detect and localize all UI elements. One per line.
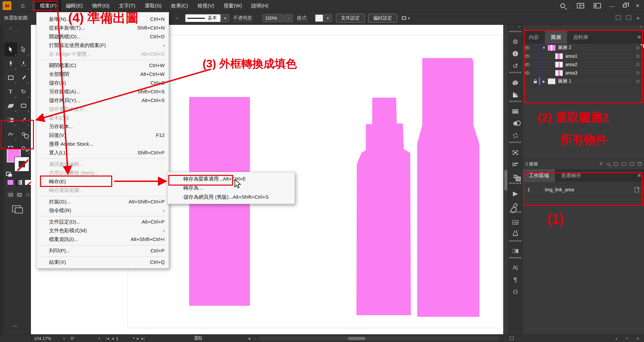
toolbar-grip-icon[interactable]: '''''''' <box>3 30 31 33</box>
menu-item-document-setup[interactable]: 文件設定(D)...Alt+Ctrl+P <box>37 217 169 226</box>
visibility-toggle[interactable] <box>523 46 531 49</box>
menu-item-close[interactable]: 關閉檔案(C)Ctrl+W <box>37 61 169 70</box>
menu-item-open-recent[interactable]: 打開最近使用過的檔案(F)› <box>37 41 169 50</box>
artwork-bottle-area3[interactable] <box>417 58 479 317</box>
target-circle-icon[interactable] <box>636 71 639 75</box>
dock-grip-icon[interactable]: '''''''' <box>508 240 523 245</box>
paragraph-panel-icon[interactable]: ¶ <box>508 274 523 286</box>
menu-item-exit[interactable]: 結束(X)Ctrl+Q <box>37 258 169 266</box>
rectangle-tool[interactable] <box>4 70 17 85</box>
dock-grip-icon[interactable]: '''''''' <box>508 211 523 216</box>
new-sublayer-icon[interactable] <box>622 162 626 166</box>
layer-thumbnail[interactable] <box>555 70 563 76</box>
make-mask-icon[interactable] <box>614 162 618 166</box>
stroke-style-chevron[interactable]: ▾ <box>221 14 229 22</box>
visibility-toggle[interactable] <box>523 55 531 58</box>
eyedropper-tool[interactable] <box>17 113 30 127</box>
panel-grid-icon[interactable] <box>616 15 621 20</box>
opacity-input[interactable]: 100% <box>263 14 284 22</box>
version-history-panel-icon[interactable]: ↺ <box>508 60 523 72</box>
rotation-dropdown[interactable]: 0°▾ <box>68 335 103 342</box>
menu-window[interactable]: 視窗(W) <box>219 0 247 11</box>
menu-item-file-info[interactable]: 檔案資訊(I)...Alt+Shift+Ctrl+I <box>37 235 169 244</box>
target-circle-icon[interactable] <box>636 46 639 49</box>
document-setup-button[interactable]: 文件設定 <box>336 14 365 22</box>
artboard-page-icon[interactable] <box>635 187 639 192</box>
paintbrush-tool[interactable] <box>17 70 30 85</box>
selection-panel-icon[interactable] <box>508 130 523 142</box>
target-circle-icon[interactable] <box>636 63 639 66</box>
style-chevron[interactable]: ▾ <box>324 14 332 22</box>
menu-effect[interactable]: 效果(C) <box>166 0 193 11</box>
dock-grip-icon[interactable]: ⋮ <box>0 28 3 30</box>
gradient-tool[interactable] <box>4 113 17 127</box>
preferences-button[interactable]: 偏好設定 <box>368 14 397 22</box>
scroll-left-icon[interactable]: ‹ <box>255 337 256 340</box>
menu-item-save-a-copy[interactable]: 儲存拷貝(Y)...Alt+Ctrl+S <box>37 96 169 105</box>
lock-toggle[interactable] <box>531 80 539 83</box>
layer-row-area1[interactable]: area1 <box>523 52 644 60</box>
stroke-panel-icon[interactable] <box>508 105 523 117</box>
tab-libraries[interactable]: 資料庫 <box>567 31 594 44</box>
artboard-name[interactable]: img_link_area <box>540 187 629 192</box>
align-panel-icon[interactable] <box>508 158 523 170</box>
visibility-toggle[interactable] <box>523 71 531 75</box>
color-panel-icon[interactable] <box>508 77 523 89</box>
stroke-style-dropdown[interactable]: 基本 <box>185 14 221 22</box>
info-panel-icon[interactable]: i <box>508 48 523 60</box>
brushes-panel-icon[interactable] <box>508 228 523 240</box>
swatches-panel-icon[interactable] <box>508 216 523 228</box>
artboard-number-dropdown[interactable]: 1▾ <box>116 336 135 341</box>
artboards-panel-icon[interactable] <box>508 146 523 158</box>
menu-view[interactable]: 檢視(V) <box>193 0 219 11</box>
workspace-switcher-icon[interactable] <box>577 3 584 8</box>
none-button[interactable] <box>24 179 32 186</box>
collapse-panels-icon[interactable]: » <box>523 25 644 31</box>
gradient-button[interactable] <box>15 179 23 186</box>
layer-thumbnail[interactable] <box>548 78 556 85</box>
layer-name[interactable]: area2 <box>565 62 577 67</box>
layer-row-area2[interactable]: area2 <box>523 60 644 69</box>
menu-item-export-as[interactable]: 轉存為... <box>168 183 295 192</box>
home-icon[interactable]: ⌂ <box>16 2 30 9</box>
locate-object-icon[interactable] <box>607 163 610 165</box>
chevron-right-icon[interactable]: ▶ <box>540 80 548 83</box>
panel-menu-icon[interactable]: ≡ <box>638 34 641 40</box>
gradient-panel-icon[interactable] <box>508 245 523 257</box>
draw-behind-button[interactable] <box>15 191 23 198</box>
menu-item-export-for-screens[interactable]: 轉存為螢幕適用...Alt+Ctrl+E <box>168 174 295 183</box>
layer-row-layer2[interactable]: ▼ 圖層 2 <box>523 44 644 52</box>
layer-name[interactable]: 圖層 1 <box>558 78 571 84</box>
type-tool[interactable]: T <box>4 85 17 99</box>
style-label[interactable]: 樣式: <box>297 15 308 21</box>
color-button[interactable] <box>7 179 14 186</box>
close-button[interactable]: × <box>631 1 644 11</box>
transparency-panel-icon[interactable] <box>508 117 523 130</box>
screen-mode-button[interactable] <box>12 205 21 212</box>
menu-item-save-as[interactable]: 另存新檔(A)...Shift+Ctrl+S <box>37 87 169 96</box>
dock-grip-icon[interactable]: '''''''' <box>508 31 523 36</box>
menu-item-print[interactable]: 列印(P)...Ctrl+P <box>37 246 169 255</box>
grid-toggle-icon[interactable] <box>510 337 514 340</box>
edit-toolbar-icon[interactable]: ⋯ <box>13 323 19 329</box>
layer-thumbnail[interactable] <box>555 53 563 59</box>
panel-rows-icon[interactable] <box>626 15 631 20</box>
pathfinder-panel-icon[interactable] <box>508 170 523 183</box>
menu-item-scripts[interactable]: 指令檔(R)› <box>37 206 169 215</box>
resize-grip-icon[interactable]: ≣ <box>637 337 639 340</box>
opentype-panel-icon[interactable]: O <box>508 286 523 298</box>
menu-item-document-color-mode[interactable]: 文件色彩模式(M)› <box>37 226 169 235</box>
style-swatch[interactable] <box>315 14 323 22</box>
layer-thumbnail[interactable] <box>548 45 556 51</box>
target-circle-icon[interactable] <box>636 80 639 83</box>
default-fill-stroke-icon[interactable] <box>6 172 11 176</box>
eraser-tool[interactable] <box>4 99 17 113</box>
menu-select[interactable]: 選取(S) <box>140 0 166 11</box>
menu-item-export[interactable]: 轉存(E)› <box>37 177 169 186</box>
menu-item-place[interactable]: 置入(L)...Shift+Ctrl+P <box>37 148 169 157</box>
menu-item-save-for-web-legacy[interactable]: 儲存為網頁用 (舊版)...Alt+Shift+Ctrl+S <box>168 192 295 201</box>
target-circle-icon[interactable] <box>636 55 639 58</box>
panel-up-icon[interactable]: ▴ <box>616 337 617 340</box>
color-guide-panel-icon[interactable] <box>508 89 523 101</box>
vertical-scrollbar-thumb[interactable] <box>504 170 507 191</box>
